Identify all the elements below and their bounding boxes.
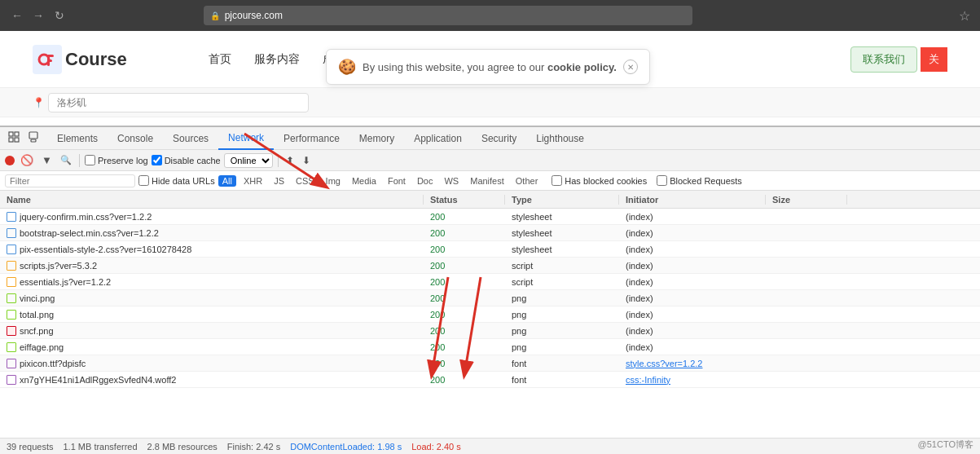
svg-rect-9 [31, 139, 36, 142]
table-header: Name Status Type Initiator Size [0, 191, 980, 209]
cell-name: xn7gYHE41ni1AdlRggexSvfedN4.woff2 [0, 375, 424, 385]
forward-button[interactable]: → [31, 8, 46, 23]
lock-icon: 🔒 [210, 11, 220, 20]
table-row[interactable]: xn7gYHE41ni1AdlRggexSvfedN4.woff2 200 fo… [0, 372, 980, 388]
hide-data-urls-checkbox[interactable] [138, 175, 149, 186]
file-icon [7, 375, 16, 385]
cell-status: 200 [424, 359, 505, 368]
import-button[interactable]: ⬆ [283, 154, 297, 167]
blocked-requests-label[interactable]: Blocked Requests [657, 175, 742, 186]
tab-performance[interactable]: Performance [274, 127, 349, 150]
filter-img-button[interactable]: Img [322, 175, 345, 187]
file-icon [7, 326, 16, 336]
throttle-select[interactable]: Online [224, 153, 273, 168]
tab-memory[interactable]: Memory [349, 127, 404, 150]
filter-all-button[interactable]: All [218, 175, 236, 187]
file-icon [7, 245, 16, 254]
cell-status: 200 [424, 326, 505, 336]
col-size: Size [766, 195, 847, 205]
filter-button[interactable]: ▼ [39, 153, 55, 167]
nav-home[interactable]: 首页 [209, 52, 231, 67]
tab-console[interactable]: Console [108, 127, 163, 150]
tab-security[interactable]: Security [472, 127, 526, 150]
tab-application[interactable]: Application [404, 127, 472, 150]
table-row[interactable]: eiffage.png 200 png (index) [0, 339, 980, 355]
cell-type: png [505, 310, 619, 320]
table-row[interactable]: pixicon.ttf?dpisfc 200 font style.css?ve… [0, 355, 980, 372]
filter-media-button[interactable]: Media [348, 175, 380, 187]
cell-type: script [505, 261, 619, 271]
export-button[interactable]: ⬇ [300, 154, 313, 167]
cell-initiator[interactable]: css:-Infinity [619, 375, 766, 385]
location-bar: 📍 [0, 88, 980, 117]
file-icon [7, 342, 16, 352]
browser-bar: ← → ↻ 🔒 pjcourse.com ☆ [0, 0, 980, 31]
cell-type: script [505, 277, 619, 287]
filter-ws-button[interactable]: WS [440, 175, 463, 187]
cell-name: sncf.png [0, 326, 424, 336]
devtools-status-bar: 39 requests 1.1 MB transferred 2.8 MB re… [0, 438, 980, 454]
cell-initiator: (index) [619, 245, 766, 254]
table-row[interactable]: scripts.js?ver=5.3.2 200 script (index) [0, 258, 980, 274]
cell-initiator[interactable]: style.css?ver=1.2.2 [619, 359, 766, 368]
close-red-button[interactable]: 关 [921, 47, 947, 72]
filter-font-button[interactable]: Font [384, 175, 410, 187]
disable-cache-checkbox[interactable] [152, 155, 162, 165]
back-button[interactable]: ← [10, 8, 24, 23]
nav-services[interactable]: 服务内容 [254, 52, 300, 67]
table-row[interactable]: essentials.js?ver=1.2.2 200 script (inde… [0, 274, 980, 290]
tab-sources[interactable]: Sources [163, 127, 218, 150]
site-logo: Course [33, 45, 127, 74]
devtools-inspect-button[interactable] [5, 130, 23, 147]
cell-name: total.png [0, 310, 424, 320]
requests-count: 39 requests [7, 442, 53, 452]
tab-lighthouse[interactable]: Lighthouse [526, 127, 594, 150]
record-button[interactable] [5, 156, 15, 165]
load-time: Load: 2.40 s [411, 442, 461, 452]
table-row[interactable]: bootstrap-select.min.css?ver=1.2.2 200 s… [0, 225, 980, 241]
cell-type: png [505, 342, 619, 352]
filter-js-button[interactable]: JS [270, 175, 288, 187]
tab-elements[interactable]: Elements [47, 127, 108, 150]
table-row[interactable]: sncf.png 200 png (index) [0, 323, 980, 339]
cell-name: eiffage.png [0, 342, 424, 352]
table-row[interactable]: pix-essentials-style-2.css?ver=161027842… [0, 241, 980, 258]
filter-other-button[interactable]: Other [512, 175, 543, 187]
filter-input[interactable] [5, 174, 135, 187]
table-row[interactable]: vinci.png 200 png (index) [0, 290, 980, 306]
table-row[interactable]: total.png 200 png (index) [0, 306, 980, 323]
transferred-size: 1.1 MB transferred [63, 442, 137, 452]
address-text: pjcourse.com [225, 10, 283, 21]
table-row[interactable]: jquery-confirm.min.css?ver=1.2.2 200 sty… [0, 209, 980, 225]
filter-doc-button[interactable]: Doc [413, 175, 437, 187]
preserve-log-checkbox[interactable] [85, 155, 95, 165]
tab-network[interactable]: Network [218, 127, 274, 150]
devtools-tab-bar: Elements Console Sources Network Perform… [0, 127, 980, 150]
filter-xhr-button[interactable]: XHR [240, 175, 266, 187]
devtools-device-button[interactable] [24, 130, 42, 147]
file-icon [7, 212, 16, 222]
refresh-button[interactable]: ↻ [52, 8, 67, 23]
hide-data-urls-label[interactable]: Hide data URLs [138, 175, 215, 186]
filter-manifest-button[interactable]: Manifest [466, 175, 508, 187]
filter-css-button[interactable]: CSS [292, 175, 319, 187]
contact-button[interactable]: 联系我们 [850, 46, 917, 73]
clear-button[interactable]: 🚫 [18, 153, 36, 167]
blocked-requests-checkbox[interactable] [657, 175, 667, 186]
cell-type: stylesheet [505, 212, 619, 222]
disable-cache-label[interactable]: Disable cache [152, 155, 221, 165]
resources-size: 2.8 MB resources [147, 442, 218, 452]
dom-content-loaded[interactable]: DOMContentLoaded: 1.98 s [290, 442, 402, 452]
cookie-close-button[interactable]: ✕ [623, 60, 638, 74]
cell-type: font [505, 375, 619, 385]
file-icon [7, 359, 16, 368]
cell-status: 200 [424, 228, 505, 238]
has-blocked-cookies-label[interactable]: Has blocked cookies [552, 175, 647, 186]
cell-name: pixicon.ttf?dpisfc [0, 359, 424, 368]
bookmark-icon[interactable]: ☆ [959, 8, 970, 24]
cookie-policy-link[interactable]: cookie policy. [547, 61, 617, 73]
search-button[interactable]: 🔍 [58, 154, 74, 166]
has-blocked-cookies-checkbox[interactable] [552, 175, 562, 186]
location-input[interactable] [48, 93, 309, 112]
preserve-log-label[interactable]: Preserve log [85, 155, 148, 165]
